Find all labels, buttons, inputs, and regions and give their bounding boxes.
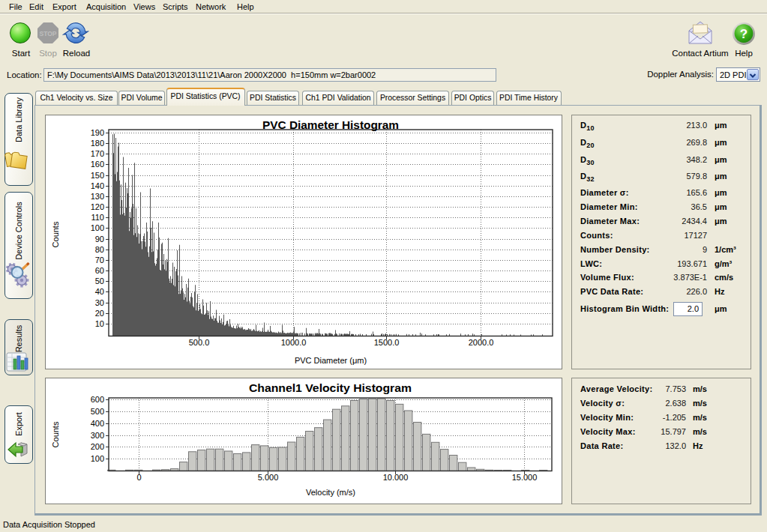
svg-text:180: 180	[91, 139, 104, 148]
svg-text:5.000: 5.000	[258, 473, 279, 482]
svg-text:200: 200	[91, 442, 104, 451]
svg-text:170: 170	[91, 149, 104, 158]
svg-text:600: 600	[91, 395, 104, 404]
svg-text:120: 120	[91, 202, 104, 211]
svg-text:15.000: 15.000	[512, 473, 538, 482]
svg-text:500: 500	[91, 407, 104, 416]
svg-text:PVC Diameter Histogram: PVC Diameter Histogram	[262, 119, 399, 131]
svg-text:190: 190	[91, 128, 104, 137]
svg-text:80: 80	[95, 245, 104, 254]
svg-text:500.0: 500.0	[189, 338, 210, 347]
svg-text:60: 60	[95, 266, 104, 275]
svg-text:150: 150	[91, 171, 104, 180]
svg-text:110: 110	[91, 213, 104, 222]
svg-text:140: 140	[91, 181, 104, 190]
svg-text:100: 100	[91, 454, 104, 463]
svg-text:90: 90	[95, 235, 104, 244]
svg-text:20: 20	[95, 309, 104, 318]
svg-text:2000.0: 2000.0	[469, 338, 494, 347]
svg-text:130: 130	[91, 192, 104, 201]
svg-text:160: 160	[91, 160, 104, 169]
svg-text:Velocity (m/s): Velocity (m/s)	[306, 488, 355, 497]
svg-text:PVC Diameter (μm): PVC Diameter (μm)	[295, 356, 367, 365]
svg-text:Channel1 Velocity Histogram: Channel1 Velocity Histogram	[249, 382, 412, 394]
svg-text:Counts: Counts	[51, 421, 60, 447]
svg-text:300: 300	[91, 431, 104, 440]
svg-text:400: 400	[91, 419, 104, 428]
svg-text:40: 40	[95, 287, 104, 296]
svg-text:10.000: 10.000	[383, 473, 409, 482]
svg-text:100: 100	[91, 223, 104, 232]
svg-text:Counts: Counts	[51, 221, 60, 247]
svg-text:50: 50	[95, 276, 104, 285]
svg-text:0: 0	[136, 473, 141, 482]
svg-text:70: 70	[95, 256, 104, 265]
svg-text:1000.0: 1000.0	[281, 338, 307, 347]
svg-text:10: 10	[95, 319, 104, 328]
svg-text:30: 30	[95, 298, 104, 307]
svg-text:1500.0: 1500.0	[374, 338, 400, 347]
